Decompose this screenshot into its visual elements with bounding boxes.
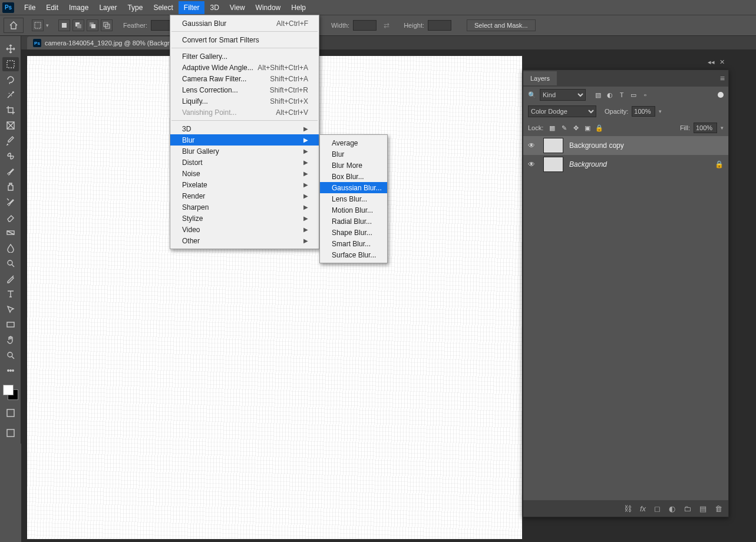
width-input[interactable] — [353, 20, 377, 31]
menu-item-3d[interactable]: 3D▶ — [170, 123, 319, 134]
filter-type-icon[interactable]: T — [616, 91, 627, 99]
filter-toggle-icon[interactable] — [718, 92, 724, 98]
eraser-tool[interactable] — [2, 210, 19, 224]
blur-tool[interactable] — [2, 241, 19, 255]
frame-tool[interactable] — [2, 118, 19, 133]
menu-type[interactable]: Type — [122, 1, 148, 14]
chevron-down-icon[interactable]: ▾ — [46, 22, 49, 28]
layer-row[interactable]: 👁Background🔒 — [523, 155, 728, 174]
select-and-mask-button[interactable]: Select and Mask... — [467, 19, 536, 31]
menu-item-box-blur[interactable]: Box Blur... — [320, 171, 387, 182]
layer-mask-icon[interactable]: ◻ — [654, 504, 661, 513]
wand-tool[interactable] — [2, 88, 19, 102]
menu-item-distort[interactable]: Distort▶ — [170, 157, 319, 168]
menu-item-noise[interactable]: Noise▶ — [170, 168, 319, 179]
menu-window[interactable]: Window — [250, 1, 286, 14]
history-brush-tool[interactable] — [2, 195, 19, 209]
filter-smart-icon[interactable]: ▫ — [640, 91, 651, 99]
marquee-mode-icon[interactable] — [32, 19, 44, 31]
brush-tool[interactable] — [2, 164, 19, 179]
clone-tool[interactable] — [2, 180, 19, 194]
opacity-input[interactable] — [632, 106, 655, 117]
menu-item-smart-blur[interactable]: Smart Blur... — [320, 238, 387, 249]
menu-item-motion-blur[interactable]: Motion Blur... — [320, 204, 387, 216]
marquee-tool[interactable] — [2, 57, 19, 71]
document-tab[interactable]: Ps camera-1840054_1920.jpg @ 80% (Backgr — [27, 37, 176, 49]
rectangle-tool[interactable] — [2, 318, 19, 332]
new-layer-icon[interactable]: ▤ — [699, 504, 707, 513]
menu-item-sharpen[interactable]: Sharpen▶ — [170, 201, 319, 213]
menu-item-lens-blur[interactable]: Lens Blur... — [320, 193, 387, 204]
menu-item-gaussian-blur[interactable]: Gaussian BlurAlt+Ctrl+F — [170, 18, 319, 29]
menu-item-blur-gallery[interactable]: Blur Gallery▶ — [170, 146, 319, 157]
menu-item-blur[interactable]: Blur▶ — [170, 134, 319, 146]
menu-item-liquify[interactable]: Liquify...Shift+Ctrl+X — [170, 95, 319, 107]
menu-item-render[interactable]: Render▶ — [170, 190, 319, 201]
menu-view[interactable]: View — [225, 1, 250, 14]
menu-file[interactable]: File — [19, 1, 41, 14]
color-swatches[interactable] — [3, 385, 18, 400]
chevron-down-icon[interactable]: ▾ — [659, 108, 662, 114]
swap-icon[interactable]: ⇄ — [384, 21, 389, 29]
layer-name[interactable]: Background — [569, 160, 709, 168]
menu-item-shape-blur[interactable]: Shape Blur... — [320, 227, 387, 238]
panel-menu-icon[interactable]: ≡ — [720, 74, 725, 83]
layers-tab[interactable]: Layers — [523, 71, 557, 85]
lock-artboard-icon[interactable]: ▣ — [582, 124, 593, 132]
menu-3d[interactable]: 3D — [204, 1, 224, 14]
selection-add-icon[interactable] — [72, 19, 84, 31]
selection-subtract-icon[interactable] — [87, 19, 98, 31]
more-tool[interactable] — [2, 363, 19, 378]
menu-item-radial-blur[interactable]: Radial Blur... — [320, 216, 387, 227]
pen-tool[interactable] — [2, 272, 19, 286]
menu-filter[interactable]: Filter — [179, 1, 205, 14]
healing-tool[interactable] — [2, 149, 19, 163]
lock-all-icon[interactable]: 🔒 — [594, 124, 605, 132]
menu-item-other[interactable]: Other▶ — [170, 235, 319, 246]
path-select-tool[interactable] — [2, 302, 19, 316]
screenmode-icon[interactable] — [2, 426, 19, 440]
layer-row[interactable]: 👁Background copy — [523, 136, 728, 155]
lasso-tool[interactable] — [2, 72, 19, 87]
menu-item-adaptive-wide-angle[interactable]: Adaptive Wide Angle...Alt+Shift+Ctrl+A — [170, 62, 319, 73]
menu-select[interactable]: Select — [148, 1, 178, 14]
filter-pixel-icon[interactable]: ▧ — [593, 91, 603, 99]
crop-tool[interactable] — [2, 103, 19, 117]
fill-input[interactable] — [694, 123, 717, 133]
lock-transparency-icon[interactable]: ▩ — [547, 124, 557, 132]
dodge-tool[interactable] — [2, 256, 19, 270]
menu-layer[interactable]: Layer — [94, 1, 122, 14]
eyedropper-tool[interactable] — [2, 134, 19, 148]
menu-item-blur-more[interactable]: Blur More — [320, 160, 387, 171]
hand-tool[interactable] — [2, 333, 19, 347]
chevron-down-icon[interactable]: ▾ — [721, 125, 724, 131]
menu-help[interactable]: Help — [286, 1, 311, 14]
link-layers-icon[interactable]: ⛓ — [624, 504, 632, 513]
lock-image-icon[interactable]: ✎ — [559, 124, 569, 132]
menu-edit[interactable]: Edit — [41, 1, 64, 14]
menu-item-blur[interactable]: Blur — [320, 148, 387, 160]
panel-close-icon[interactable]: ✕ — [719, 58, 725, 66]
menu-item-pixelate[interactable]: Pixelate▶ — [170, 179, 319, 190]
visibility-icon[interactable]: 👁 — [528, 160, 537, 168]
menu-item-convert-for-smart-filters[interactable]: Convert for Smart Filters — [170, 34, 319, 45]
layer-name[interactable]: Background copy — [569, 141, 724, 150]
selection-intersect-icon[interactable] — [101, 19, 113, 31]
menu-item-video[interactable]: Video▶ — [170, 224, 319, 235]
zoom-tool[interactable] — [2, 348, 19, 362]
home-button[interactable] — [4, 18, 24, 33]
filter-shape-icon[interactable]: ▭ — [628, 91, 639, 99]
layer-style-icon[interactable]: fx — [640, 504, 646, 513]
filter-adjust-icon[interactable]: ◐ — [605, 91, 615, 99]
selection-new-icon[interactable] — [58, 19, 70, 31]
panel-collapse-icon[interactable]: ◂◂ — [708, 58, 715, 66]
blend-mode-select[interactable]: Color Dodge — [528, 105, 596, 117]
gradient-tool[interactable] — [2, 226, 19, 240]
menu-image[interactable]: Image — [64, 1, 94, 14]
layer-thumbnail[interactable] — [543, 138, 563, 153]
quickmask-icon[interactable] — [2, 406, 19, 420]
delete-layer-icon[interactable]: 🗑 — [715, 504, 722, 513]
menu-item-gaussian-blur[interactable]: Gaussian Blur... — [320, 182, 387, 193]
menu-item-average[interactable]: Average — [320, 137, 387, 148]
layer-filter-kind[interactable]: Kind — [540, 89, 586, 101]
